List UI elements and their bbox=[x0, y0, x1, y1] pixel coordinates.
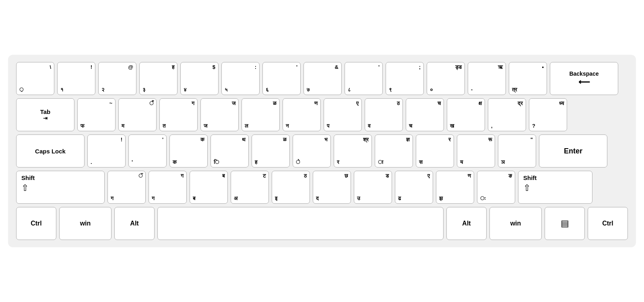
key-f[interactable]: थ ि bbox=[211, 134, 249, 168]
key-b[interactable]: ठ इ bbox=[272, 171, 310, 204]
key-q[interactable]: ~ फ bbox=[77, 98, 116, 131]
key-5[interactable]: : ५ bbox=[221, 62, 260, 95]
key-z[interactable]: ॅ ग bbox=[107, 171, 146, 204]
key-a[interactable]: ! . bbox=[87, 134, 126, 168]
key-2[interactable]: @ २ bbox=[98, 62, 136, 95]
key-t[interactable]: ळ ल bbox=[242, 98, 280, 131]
key-period[interactable]: ण झ bbox=[436, 171, 474, 204]
key-o[interactable]: च च bbox=[406, 98, 444, 131]
key-8[interactable]: ' ८ bbox=[345, 62, 383, 95]
keyboard-row-4: Shift ⇧ ॅ ग ग ग ब ब ट अ ठ इ छ द ड उ bbox=[16, 171, 628, 204]
keyboard-row-5: Ctrl win Alt Alt win ▤ Ctrl bbox=[16, 207, 628, 240]
key-w[interactable]: ँ म bbox=[118, 98, 157, 131]
key-h[interactable]: भ े bbox=[293, 134, 331, 168]
key-6[interactable]: ' ६ bbox=[262, 62, 301, 95]
key-0[interactable]: ड्ड ० bbox=[427, 62, 465, 95]
key-ctrl-left[interactable]: Ctrl bbox=[16, 207, 56, 240]
key-7[interactable]: & ७ bbox=[303, 62, 342, 95]
key-capslock[interactable]: Caps Lock bbox=[16, 134, 85, 168]
key-x[interactable]: ग ग bbox=[149, 171, 187, 204]
key-backspace[interactable]: Backspace ⟵ bbox=[550, 62, 618, 95]
key-rbracket[interactable]: ध्य ? bbox=[529, 98, 567, 131]
key-alt-left[interactable]: Alt bbox=[114, 207, 155, 240]
key-j[interactable]: श्र र bbox=[334, 134, 372, 168]
key-shift-right[interactable]: Shift ⇧ bbox=[518, 171, 592, 204]
key-g[interactable]: ळ ह bbox=[252, 134, 290, 168]
key-alt-right[interactable]: Alt bbox=[446, 207, 487, 240]
key-enter[interactable]: Enter bbox=[539, 134, 607, 168]
key-s[interactable]: ' ' bbox=[128, 134, 167, 168]
key-p[interactable]: क्ष ख bbox=[447, 98, 485, 131]
keyboard-row-1: \ ़ ! १ @ २ ह ३ $ ४ : ५ ' ६ & ७ bbox=[16, 62, 628, 95]
key-semi[interactable]: रू य bbox=[457, 134, 495, 168]
key-l[interactable]: र स bbox=[416, 134, 454, 168]
key-comma[interactable]: ए ढ bbox=[395, 171, 433, 204]
keyboard-row-2: Tab ⇥ ~ फ ँ म ग त ज ज ळ ल ण न ए bbox=[16, 98, 628, 131]
key-grave[interactable]: \ ़ bbox=[16, 62, 54, 95]
key-minus[interactable]: ऋ - bbox=[468, 62, 506, 95]
key-tab[interactable]: Tab ⇥ bbox=[16, 98, 74, 131]
key-u[interactable]: ए प bbox=[324, 98, 362, 131]
keyboard-row-3: Caps Lock ! . ' ' क क थ ि ळ ह भ े श्र र bbox=[16, 134, 628, 168]
key-menu[interactable]: ▤ bbox=[545, 207, 585, 240]
key-quote[interactable]: " ञ bbox=[498, 134, 536, 168]
key-c[interactable]: ब ब bbox=[190, 171, 228, 204]
key-9[interactable]: ; ९ bbox=[386, 62, 424, 95]
keyboard: \ ़ ! १ @ २ ह ३ $ ४ : ५ ' ६ & ७ bbox=[8, 55, 636, 247]
key-shift-left[interactable]: Shift ⇧ bbox=[16, 171, 105, 204]
key-space[interactable] bbox=[157, 207, 444, 240]
key-4[interactable]: $ ४ bbox=[180, 62, 219, 95]
key-k[interactable]: ज्ञ ा bbox=[375, 134, 413, 168]
key-e[interactable]: ग त bbox=[159, 98, 198, 131]
key-r[interactable]: ज ज bbox=[200, 98, 239, 131]
key-lbracket[interactable]: द्र , bbox=[488, 98, 526, 131]
key-m[interactable]: ड उ bbox=[354, 171, 392, 204]
key-y[interactable]: ण न bbox=[283, 98, 321, 131]
key-n[interactable]: छ द bbox=[313, 171, 351, 204]
key-1[interactable]: ! १ bbox=[57, 62, 95, 95]
key-d[interactable]: क क bbox=[169, 134, 208, 168]
key-equal[interactable]: • त्र bbox=[509, 62, 547, 95]
key-win-left[interactable]: win bbox=[59, 207, 111, 240]
key-3[interactable]: ह ३ bbox=[139, 62, 178, 95]
key-ctrl-right[interactable]: Ctrl bbox=[588, 207, 628, 240]
key-v[interactable]: ट अ bbox=[231, 171, 269, 204]
key-win-right[interactable]: win bbox=[489, 207, 542, 240]
key-i[interactable]: ठ व bbox=[365, 98, 403, 131]
key-slash[interactable]: ङ ः bbox=[477, 171, 515, 204]
